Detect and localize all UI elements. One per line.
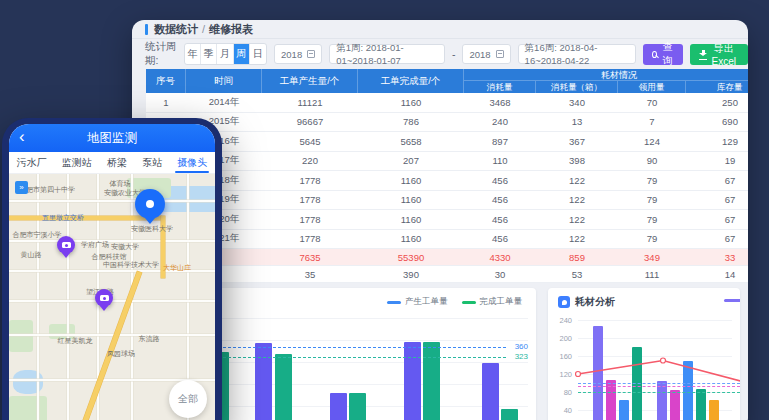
phone-tab-bar: 污水厂监测站桥梁泵站摄像头 (9, 152, 215, 174)
phone-title: 地图监测 (87, 130, 137, 147)
table-cell: 1778 (262, 191, 358, 210)
average-cell: 53 (536, 266, 618, 282)
all-button[interactable]: 全部 (169, 380, 207, 418)
phone-screen: ‹ 地图监测 污水厂监测站桥梁泵站摄像头 (9, 124, 215, 420)
legend-item-产生工单量[interactable]: 产生工单量 (387, 296, 448, 308)
period-option-年[interactable]: 年 (185, 44, 201, 64)
map-expand-toggle[interactable]: » (15, 181, 28, 194)
tab-监测站[interactable]: 监测站 (62, 152, 92, 173)
app-background: 数据统计 / 维修报表 统计周期: 年季月周日 2018 第1周: 2018-0… (0, 0, 769, 420)
table-cell: 1160 (358, 191, 464, 210)
year-start-select[interactable]: 2018 (274, 44, 322, 64)
table-cell: 5645 (262, 132, 358, 151)
table-cell: 1778 (262, 171, 358, 190)
average-cell: 390 (358, 266, 464, 282)
map-marker-main[interactable] (135, 189, 165, 219)
export-excel-button[interactable]: 导出Excel (690, 44, 748, 65)
map-canvas[interactable]: 体育场合肥市第四十中学安徽农业大学五里墩立交桥安徽医科大学合肥市宁溪小学学府广场… (9, 174, 215, 420)
table-cell: 7 (618, 113, 686, 132)
consumable-bar-plot: 2402001601208040 (548, 312, 740, 420)
year-end-select[interactable]: 2018 (462, 44, 510, 64)
table-cell: 122 (536, 230, 618, 249)
tab-污水厂[interactable]: 污水厂 (17, 152, 47, 173)
sub-column-header: 消耗量 (464, 81, 536, 93)
period-label: 统计周期: (145, 40, 177, 68)
table-cell: 79 (618, 191, 686, 210)
average-cell: 35 (262, 266, 358, 282)
table-cell: 1160 (358, 171, 464, 190)
legend-line-clipped (724, 299, 740, 302)
report-table: 序号时间工单产生量/个工单完成量/个耗材情况消耗量消耗量（箱）领用量库存量120… (146, 69, 748, 283)
table-cell: 207 (358, 152, 464, 171)
sub-column-header: 领用量 (618, 81, 686, 93)
map-label: 红星美凯龙 (58, 336, 93, 346)
legend-item-完成工单量[interactable]: 完成工单量 (462, 296, 523, 308)
table-cell: 1778 (262, 210, 358, 229)
period-option-日[interactable]: 日 (250, 44, 266, 64)
bar-产生工单量 (330, 393, 347, 420)
period-option-周[interactable]: 周 (234, 44, 250, 64)
tab-泵站[interactable]: 泵站 (142, 152, 162, 173)
bar-完成工单量 (349, 393, 366, 420)
total-cell: 33 (686, 249, 748, 265)
tab-桥梁[interactable]: 桥梁 (107, 152, 127, 173)
table-cell: 1160 (358, 93, 464, 112)
column-header: 时间 (186, 69, 262, 93)
map-park (9, 396, 47, 420)
back-icon[interactable]: ‹ (19, 127, 25, 147)
table-row: 12014年111211160346834070250 (146, 93, 748, 113)
consumable-chart-card: 耗材分析 2402001601208040 (548, 288, 740, 420)
marker-tail (62, 253, 70, 258)
sub-header-row: 消耗量消耗量（箱）领用量库存量 (464, 81, 748, 93)
table-header: 序号时间工单产生量/个工单完成量/个耗材情况消耗量消耗量（箱）领用量库存量 (146, 69, 748, 93)
map-park (9, 320, 33, 352)
average-cell: 14 (686, 266, 748, 282)
breadcrumb-section[interactable]: 数据统计 (154, 22, 198, 37)
camera-marker-icon[interactable] (95, 289, 113, 307)
breadcrumb-separator: / (202, 23, 205, 35)
table-cell: 67 (686, 230, 748, 249)
legend-swatch (387, 301, 401, 304)
map-street (9, 334, 215, 336)
table-cell: 96667 (262, 113, 358, 132)
legend-swatch (462, 301, 476, 304)
map-label: 合肥市宁溪小学 (13, 230, 62, 240)
table-cell: 110 (464, 152, 536, 171)
table-cell: 690 (686, 113, 748, 132)
calendar-icon (496, 50, 504, 58)
range-start-input[interactable]: 第1周: 2018-01-01~2018-01-07 (329, 44, 445, 64)
bar-完成工单量 (423, 342, 440, 420)
map-label: 黄山路 (21, 250, 42, 260)
camera-marker-icon[interactable] (57, 236, 75, 254)
table-cell: 897 (464, 132, 536, 151)
legend-label: 完成工单量 (480, 296, 523, 308)
table-cell: 122 (536, 171, 618, 190)
search-icon (652, 51, 657, 58)
range-end-input[interactable]: 第16周: 2018-04-16~2018-04-22 (518, 44, 637, 64)
table-cell: 124 (618, 132, 686, 151)
filter-bar: 统计周期: 年季月周日 2018 第1周: 2018-01-01~2018-01… (132, 39, 748, 69)
table-row: 32016年56455658897367124129 (146, 132, 748, 152)
total-cell: 859 (536, 249, 618, 265)
breadcrumb: 数据统计 / 维修报表 (132, 20, 748, 39)
table-cell: 2014年 (186, 93, 262, 112)
table-cell: 122 (536, 191, 618, 210)
column-header: 工单完成量/个 (358, 69, 464, 93)
tab-摄像头[interactable]: 摄像头 (177, 152, 207, 173)
download-icon (699, 50, 704, 58)
map-label: 学府广场 (81, 240, 109, 250)
total-cell: 349 (618, 249, 686, 265)
table-cell: 456 (464, 171, 536, 190)
table-cell: 3468 (464, 93, 536, 112)
column-header: 工单产生量/个 (262, 69, 358, 93)
average-cell: 111 (618, 266, 686, 282)
marker-tail (145, 218, 155, 224)
period-option-季[interactable]: 季 (201, 44, 217, 64)
dashboard-panel: 数据统计 / 维修报表 统计周期: 年季月周日 2018 第1周: 2018-0… (132, 20, 748, 420)
query-button[interactable]: 查询 (643, 44, 683, 65)
total-cell: 4330 (464, 249, 536, 265)
table-cell: 70 (618, 93, 686, 112)
map-label: 大华山庄 (163, 263, 191, 273)
table-cell: 67 (686, 210, 748, 229)
period-option-月[interactable]: 月 (217, 44, 233, 64)
